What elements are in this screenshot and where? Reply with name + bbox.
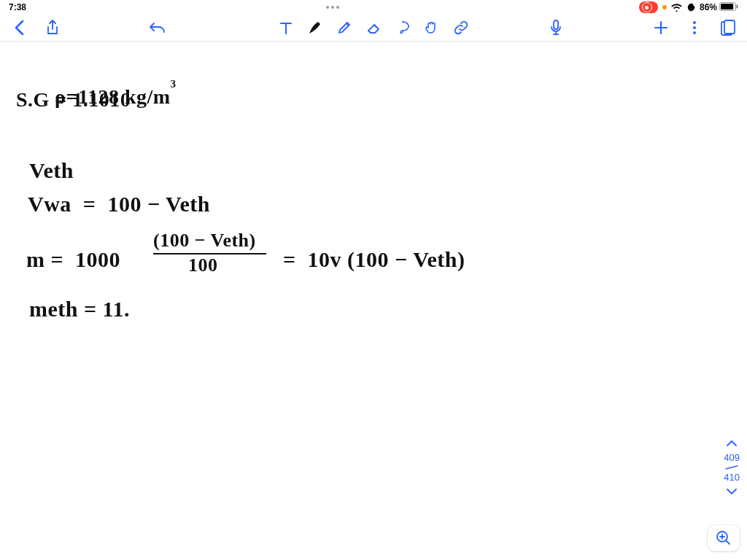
svg-rect-1 bbox=[721, 4, 733, 9]
ipad-status-bar: 7:38 86% bbox=[0, 0, 747, 15]
link-tool-button[interactable] bbox=[452, 19, 470, 36]
mic-in-use-dot bbox=[662, 5, 667, 9]
note-fraction: (100 − Veth) 100 bbox=[153, 230, 266, 276]
microphone-button[interactable] bbox=[547, 19, 565, 36]
note-line-5b: = 10v (100 − Veth) bbox=[277, 247, 465, 272]
app-toolbar bbox=[0, 15, 747, 41]
multitask-dots[interactable] bbox=[326, 6, 339, 9]
page-up-button[interactable] bbox=[724, 436, 739, 451]
svg-rect-2 bbox=[737, 4, 738, 8]
add-button[interactable] bbox=[652, 19, 670, 36]
pen-tool-button[interactable] bbox=[306, 19, 324, 36]
svg-point-5 bbox=[693, 26, 696, 29]
undo-button[interactable] bbox=[149, 19, 166, 36]
eraser-tool-button[interactable] bbox=[365, 19, 382, 36]
total-pages[interactable]: 410 bbox=[724, 472, 740, 483]
lasso-tool-button[interactable] bbox=[394, 19, 411, 36]
pages-panel-button[interactable] bbox=[719, 19, 737, 36]
screen-recording-indicator[interactable] bbox=[639, 1, 658, 13]
handwritten-content: ρ=1128 kg/m3 S.G = 1.1010 Veth Vwa = 100… bbox=[0, 42, 747, 560]
note-line-3: Veth bbox=[29, 158, 74, 183]
more-button[interactable] bbox=[686, 19, 703, 36]
hand-tool-button[interactable] bbox=[423, 19, 441, 36]
page-down-button[interactable] bbox=[724, 484, 739, 499]
text-tool-button[interactable] bbox=[277, 19, 295, 36]
status-time: 7:38 bbox=[9, 2, 26, 12]
note-line-2: S.G = 1.1010 bbox=[16, 88, 131, 112]
note-canvas[interactable]: ρ=1128 kg/m3 S.G = 1.1010 Veth Vwa = 100… bbox=[0, 42, 747, 560]
zoom-button[interactable] bbox=[708, 525, 740, 551]
svg-point-4 bbox=[693, 21, 696, 24]
svg-point-6 bbox=[693, 31, 696, 34]
svg-rect-3 bbox=[554, 20, 558, 29]
dnd-moon-icon bbox=[686, 3, 695, 12]
page-navigator: 409 410 bbox=[724, 436, 740, 499]
page-divider-icon bbox=[724, 464, 739, 470]
pencil-tool-button[interactable] bbox=[336, 19, 353, 36]
battery-indicator: 86% bbox=[700, 2, 738, 13]
note-line-4: Vwa = 100 − Veth bbox=[28, 192, 210, 217]
battery-percentage: 86% bbox=[700, 2, 717, 12]
note-line-5a: m = 1000 bbox=[26, 247, 126, 272]
svg-rect-8 bbox=[724, 20, 735, 34]
current-page[interactable]: 409 bbox=[724, 452, 740, 463]
wifi-icon bbox=[671, 4, 682, 12]
note-line-6: meth = 11. bbox=[29, 297, 130, 322]
share-button[interactable] bbox=[44, 19, 61, 36]
back-button[interactable] bbox=[10, 19, 28, 36]
